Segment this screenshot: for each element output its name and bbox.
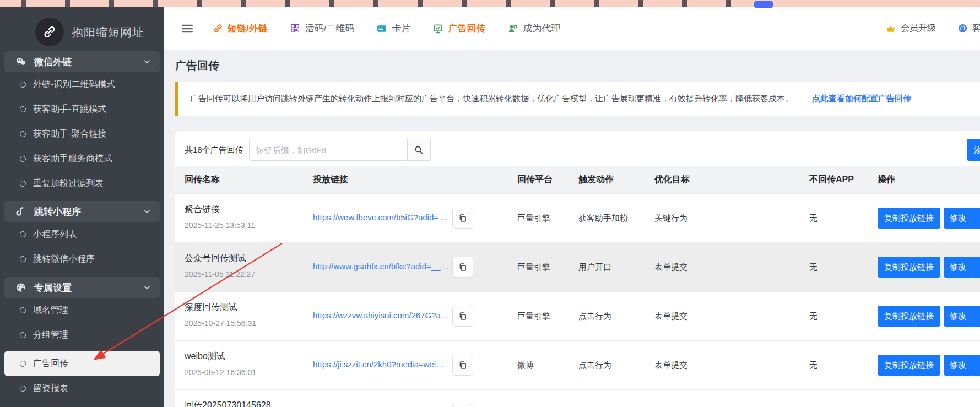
miniprogram-icon: [14, 205, 28, 218]
copy-link-button[interactable]: 复制投放链接: [878, 306, 940, 327]
app-title: 抱阳缩短网址: [72, 25, 144, 40]
sidebar-item-qr-mode[interactable]: 外链-识别二维码模式: [0, 72, 164, 97]
edit-button[interactable]: 修改: [944, 306, 972, 327]
sidebar-group-label: 微信外链: [34, 56, 143, 68]
col-target: 优化目标: [654, 166, 690, 193]
row-platform: 微博: [517, 360, 534, 371]
row-platform: 巨量引擎: [517, 311, 550, 322]
chevron-down-icon: [143, 58, 151, 66]
row-name: 深度回传测试: [185, 302, 237, 313]
ad-callback-icon: [432, 23, 443, 34]
row-url-link[interactable]: https://wzzvw.shiyisui.com/267G?a…: [313, 311, 449, 320]
delete-button[interactable]: 删: [970, 257, 980, 278]
row-name: weibo测试: [185, 351, 225, 362]
row-trigger: 获客助手加粉: [578, 213, 628, 224]
row-target: 关键行为: [654, 213, 687, 224]
sidebar-item-group-mgmt[interactable]: 分组管理: [0, 323, 164, 348]
sidebar-item-jump-wechat-mp[interactable]: 跳转微信小程序: [0, 247, 164, 272]
sidebar-item-dup-filter[interactable]: 重复加粉过滤列表: [0, 171, 164, 196]
row-date: 2025-08-12 16:36:01: [185, 368, 256, 377]
row-trigger: 点击行为: [578, 311, 611, 322]
table-row: 回传20250730145628: [175, 389, 980, 407]
copy-url-button[interactable]: [452, 404, 473, 407]
bullet-icon: [20, 156, 26, 162]
bullet-icon: [20, 307, 26, 313]
row-no-app: 无: [809, 262, 817, 273]
row-no-app: 无: [809, 311, 817, 322]
col-actions: 操作: [878, 166, 895, 193]
copy-link-button[interactable]: 复制投放链接: [878, 257, 940, 278]
palette-icon: [14, 281, 28, 294]
add-callback-button[interactable]: 添: [967, 139, 980, 161]
page-title: 广告回传: [175, 58, 980, 73]
browser-tab-favicons: [21, 0, 748, 7]
delete-button[interactable]: 删: [970, 355, 980, 376]
sidebar-item-aggregate-link[interactable]: 获客助手-聚合链接: [0, 122, 164, 146]
sidebar-item-domain-mgmt[interactable]: 域名管理: [0, 298, 164, 323]
row-no-app: 无: [809, 213, 817, 224]
bullet-icon: [20, 106, 26, 112]
search-input[interactable]: [249, 139, 408, 161]
search-group: [249, 139, 431, 161]
nav-item-member-upgrade[interactable]: 会员升级: [885, 23, 936, 34]
edit-button[interactable]: 修改: [944, 257, 972, 278]
bullet-icon: [20, 332, 26, 338]
bullet-icon: [20, 361, 26, 367]
nav-item-become-agent[interactable]: 成为代理: [507, 22, 560, 35]
table-row: weibo测试 2025-08-12 16:36:01 https://ji.s…: [175, 340, 980, 389]
col-no-app: 不回传APP: [809, 166, 854, 193]
copy-link-button[interactable]: 复制投放链接: [878, 208, 940, 229]
delete-button[interactable]: 删: [970, 306, 980, 327]
table-card: 共18个广告回传 添 回传名称 投放链接 回传平台 触发动作 优化目标 不回传A…: [175, 131, 980, 407]
table-row: 公众号回传测试 2025-11-05 11:22:27 http://www.g…: [175, 242, 980, 291]
banner-help-link[interactable]: 点此查看如何配置广告回传: [812, 94, 911, 104]
copy-url-button[interactable]: [452, 208, 473, 229]
table-header: 回传名称 投放链接 回传平台 触发动作 优化目标 不回传APP 操作: [175, 166, 980, 194]
sidebar-item-lead-report[interactable]: 留资报表: [0, 376, 164, 401]
sidebar-group-wechat-links[interactable]: 微信外链: [4, 51, 160, 72]
sidebar-item-ad-callback[interactable]: 广告回传: [4, 351, 160, 376]
bullet-icon: [20, 231, 26, 237]
copy-icon: [458, 213, 468, 223]
row-target: 表单提交: [654, 311, 687, 322]
nav-menu: 短链/外链 活码/二维码 卡片: [212, 7, 560, 50]
chevron-down-icon: [143, 208, 151, 215]
col-platform: 回传平台: [517, 166, 553, 193]
logo: 抱阳缩短网址: [0, 7, 164, 51]
info-banner: 广告回传可以将用户访问跳转外链产生的转化动作上报到对应的广告平台，快速积累转化数…: [175, 82, 980, 116]
sidebar-menu: 微信外链 外链-识别二维码模式 获客助手-直跳模式 获客助手-聚合链接 获客助手…: [0, 51, 164, 401]
bullet-icon: [20, 82, 26, 88]
row-url-link[interactable]: http://www.gsahfx.cn/bfkc?adid=__…: [313, 262, 448, 271]
table-row: 聚合链接 2025-11-25 13:53:11 https://wew.fbe…: [175, 194, 980, 242]
toolbar: 共18个广告回传 添: [175, 131, 980, 161]
sidebar-item-service-provider[interactable]: 获客助手服务商模式: [0, 146, 164, 171]
sidebar-group-exclusive-settings[interactable]: 专属设置: [4, 277, 160, 298]
hamburger-menu-icon[interactable]: [180, 21, 194, 36]
row-platform: 巨量引擎: [517, 213, 550, 224]
sidebar-item-mp-list[interactable]: 小程序列表: [0, 222, 164, 247]
browser-tab-strip: [0, 0, 980, 7]
copy-url-button[interactable]: [452, 355, 473, 376]
browser-tab-pill: [754, 1, 773, 8]
copy-url-button[interactable]: [452, 306, 473, 327]
sidebar-item-direct-jump[interactable]: 获客助手-直跳模式: [0, 97, 164, 122]
copy-url-button[interactable]: [452, 257, 473, 278]
nav-item-ad-callback[interactable]: 广告回传: [432, 22, 485, 35]
nav-item-qr-codes[interactable]: 活码/二维码: [290, 22, 355, 35]
search-button[interactable]: [408, 139, 431, 161]
delete-button[interactable]: 删: [970, 208, 980, 229]
sidebar-group-label: 跳转小程序: [34, 205, 143, 218]
copy-link-button[interactable]: 复制投放链接: [878, 355, 940, 376]
nav-item-customer-service[interactable]: 客服: [957, 23, 980, 34]
edit-button[interactable]: 修改: [944, 355, 972, 376]
col-url: 投放链接: [313, 166, 348, 193]
sidebar-group-miniprogram[interactable]: 跳转小程序: [4, 201, 160, 222]
row-url-link[interactable]: https://wew.fbevc.com/b5iG?adid=…: [313, 213, 447, 222]
card-icon: [376, 23, 387, 34]
nav-item-short-links[interactable]: 短链/外链: [212, 22, 268, 35]
edit-button[interactable]: 修改: [944, 208, 972, 229]
search-icon: [414, 145, 424, 155]
row-url-link[interactable]: https://ji.szzit.cn/2kh0?media=wei…: [313, 360, 444, 369]
bullet-icon: [20, 131, 26, 137]
nav-item-cards[interactable]: 卡片: [376, 22, 410, 35]
